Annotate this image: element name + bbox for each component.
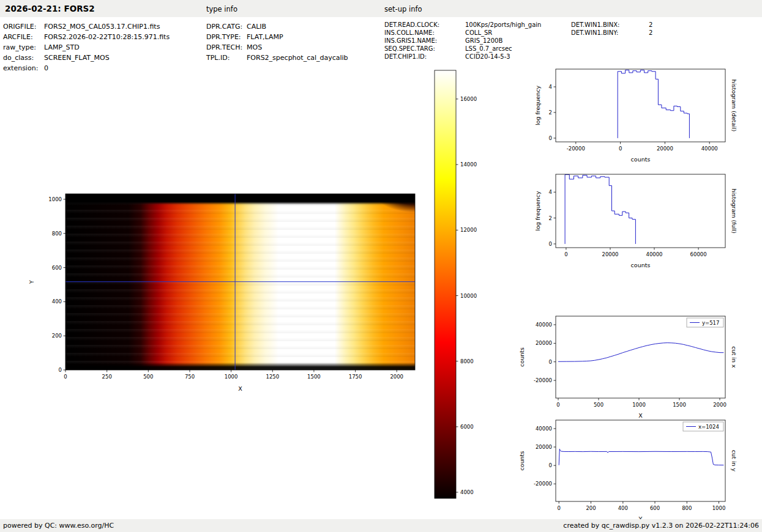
footer-created-by: created by qc_rawdisp.py v1.2.3 on 2026-… xyxy=(563,519,759,532)
svg-text:14000: 14000 xyxy=(460,161,477,168)
svg-text:histogram (full): histogram (full) xyxy=(731,188,738,233)
svg-text:-20000: -20000 xyxy=(534,481,552,487)
meta-value: 2 xyxy=(649,29,652,36)
svg-text:2000: 2000 xyxy=(390,374,403,380)
meta-row: ARCFILE:FORS2.2026-02-22T10:28:15.971.fi… xyxy=(3,32,170,42)
svg-text:40000: 40000 xyxy=(536,426,552,432)
meta-row: TPL.ID:FORS2_specphot_cal_daycalib xyxy=(206,53,348,63)
svg-text:1000: 1000 xyxy=(48,196,62,202)
cut-in-y-plot: 02004006008001000-2000002000040000Ycount… xyxy=(508,413,762,529)
meta-label: DPR.TECH: xyxy=(206,42,247,53)
meta-value: LAMP_STD xyxy=(44,43,80,51)
svg-text:log frequency: log frequency xyxy=(534,191,541,231)
meta-label: ARCFILE: xyxy=(3,32,44,42)
svg-text:800: 800 xyxy=(682,505,692,511)
svg-text:-20000: -20000 xyxy=(534,377,552,383)
meta-label: DET.CHIP1.ID: xyxy=(384,53,465,61)
meta-row: DPR.TYPE:FLAT,LAMP xyxy=(206,32,348,42)
svg-text:1250: 1250 xyxy=(266,374,279,380)
meta-value: GRIS_1200B xyxy=(465,37,502,44)
meta-value: CALIB xyxy=(247,23,266,31)
svg-text:4: 4 xyxy=(549,189,552,195)
histogram-full-axes: 0200004000060000024countslog frequencyhi… xyxy=(508,166,762,276)
meta-row: DET.READ.CLOCK:100Kps/2ports/high_gain xyxy=(384,21,541,29)
svg-text:16000: 16000 xyxy=(460,96,477,102)
meta-label: extension: xyxy=(3,63,44,73)
meta-value: FORS2_MOS_CAL053.17.CHIP1.fits xyxy=(44,23,160,31)
svg-text:250: 250 xyxy=(102,374,112,380)
meta-value: 0 xyxy=(44,64,48,72)
meta-value: MOS xyxy=(247,43,262,51)
svg-text:cut in y: cut in y xyxy=(731,450,738,472)
histogram-detail-axes: -2000002000040000024countslog frequencyh… xyxy=(508,61,762,171)
svg-text:Y: Y xyxy=(28,280,35,284)
svg-text:8000: 8000 xyxy=(460,358,474,364)
meta-label: raw_type: xyxy=(3,42,44,53)
svg-text:0: 0 xyxy=(549,241,552,247)
meta-value: 2 xyxy=(649,21,652,28)
svg-text:600: 600 xyxy=(650,505,660,511)
svg-text:20000: 20000 xyxy=(536,340,552,346)
file-info-block: ORIGFILE:FORS2_MOS_CAL053.17.CHIP1.fits … xyxy=(3,21,170,73)
raw-image-axes: 0250500750100012501500175020000200400600… xyxy=(0,183,441,404)
meta-row: raw_type:LAMP_STD xyxy=(3,42,170,53)
meta-label: DET.WIN1.BINX: xyxy=(571,21,649,29)
svg-text:6000: 6000 xyxy=(460,424,474,430)
meta-row: INS.GRIS1.NAME:GRIS_1200B xyxy=(384,37,541,45)
raw-image-plot: 0250500750100012501500175020000200400600… xyxy=(0,183,441,404)
meta-row: extension:0 xyxy=(3,63,170,73)
type-info-heading: type info xyxy=(206,5,237,13)
svg-text:4000: 4000 xyxy=(460,489,474,495)
svg-text:12000: 12000 xyxy=(460,227,477,233)
svg-text:0: 0 xyxy=(564,251,567,257)
footer-bar: powered by QC: www.eso.org/HC created by… xyxy=(0,519,762,532)
svg-text:cut in x: cut in x xyxy=(731,346,738,368)
meta-label: DPR.CATG: xyxy=(206,21,247,32)
svg-text:0: 0 xyxy=(549,359,552,365)
meta-row: DET.CHIP1.ID:CCID20-14-5-3 xyxy=(384,53,541,61)
svg-text:X: X xyxy=(238,385,242,392)
svg-text:4: 4 xyxy=(549,84,552,90)
page-title: 2026-02-21: FORS2 xyxy=(5,4,95,13)
svg-text:y=517: y=517 xyxy=(702,320,719,326)
meta-row: SEQ.SPEC.TARG:LSS_0.7_arcsec xyxy=(384,45,541,53)
meta-value: SCREEN_FLAT_MOS xyxy=(44,54,110,62)
cut-in-x-axes: 0500100015002000-2000002000040000Xcounts… xyxy=(508,309,762,425)
meta-label: DPR.TYPE: xyxy=(206,32,247,42)
svg-text:10000: 10000 xyxy=(460,293,477,299)
svg-text:0: 0 xyxy=(556,402,559,408)
svg-text:1500: 1500 xyxy=(307,374,321,380)
setup-info-block-2: DET.WIN1.BINX:2 DET.WIN1.BINY:2 xyxy=(571,21,652,37)
setup-info-block-1: DET.READ.CLOCK:100Kps/2ports/high_gain I… xyxy=(384,21,541,61)
meta-value: LSS_0.7_arcsec xyxy=(465,45,512,52)
svg-text:0: 0 xyxy=(549,135,552,141)
svg-text:histogram (detail): histogram (detail) xyxy=(731,79,738,131)
svg-text:x=1024: x=1024 xyxy=(698,424,719,430)
meta-label: INS.COLL.NAME: xyxy=(384,29,465,37)
svg-text:0: 0 xyxy=(59,367,62,373)
svg-text:2000: 2000 xyxy=(713,402,727,408)
footer-powered-by: powered by QC: www.eso.org/HC xyxy=(3,519,114,532)
svg-text:750: 750 xyxy=(185,374,195,380)
svg-text:1750: 1750 xyxy=(349,374,362,380)
svg-text:1000: 1000 xyxy=(712,505,726,511)
svg-text:20000: 20000 xyxy=(536,444,552,450)
meta-label: ORIGFILE: xyxy=(3,21,44,32)
meta-label: INS.GRIS1.NAME: xyxy=(384,37,465,45)
histogram-detail-plot: -2000002000040000024countslog frequencyh… xyxy=(508,61,762,171)
meta-row: ORIGFILE:FORS2_MOS_CAL053.17.CHIP1.fits xyxy=(3,21,170,32)
svg-text:counts: counts xyxy=(518,451,525,471)
setup-info-heading: set-up info xyxy=(384,5,422,13)
meta-row: DPR.TECH:MOS xyxy=(206,42,348,53)
meta-value: 100Kps/2ports/high_gain xyxy=(465,21,541,28)
svg-text:200: 200 xyxy=(52,333,62,339)
cut-in-x-plot: 0500100015002000-2000002000040000Xcounts… xyxy=(508,309,762,425)
svg-text:1500: 1500 xyxy=(673,402,686,408)
svg-text:500: 500 xyxy=(143,374,153,380)
svg-text:800: 800 xyxy=(52,231,62,237)
svg-text:2: 2 xyxy=(549,215,552,221)
svg-text:40000: 40000 xyxy=(646,251,662,257)
meta-row: DET.WIN1.BINY:2 xyxy=(571,29,652,37)
meta-value: FORS2.2026-02-22T10:28:15.971.fits xyxy=(44,33,170,41)
meta-label: TPL.ID: xyxy=(206,53,247,63)
